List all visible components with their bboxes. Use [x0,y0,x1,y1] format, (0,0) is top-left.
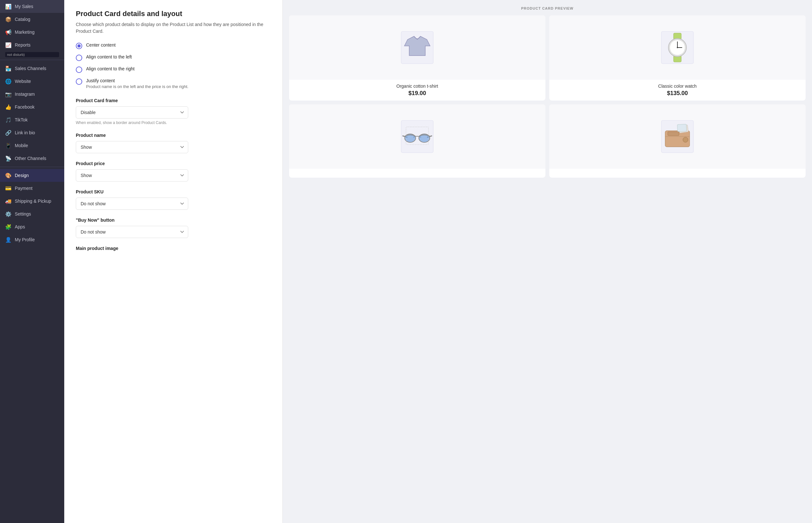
preview-card-image-sunglasses [289,104,546,169]
radio-align-left[interactable]: Align content to the left [76,54,271,61]
svg-point-18 [683,137,688,142]
radio-align-right[interactable]: Align content to the right [76,66,271,73]
preview-card-name-tshirt: Organic cotton t-shirt [293,84,541,89]
wallet-svg [658,117,697,156]
sidebar-item-sales-channels[interactable]: 🏪 Sales Channels [0,62,64,75]
sidebar-label-sales-channels: Sales Channels [15,66,46,71]
radio-circle-justify [76,78,82,85]
section-product-price: Product price Show Do not show [76,161,271,181]
section-main-image: Main product image [76,246,271,251]
preview-card-watch: Classic color watch $135.00 [549,15,806,101]
preview-card-image-tshirt [289,15,546,80]
not-disturb-tooltip: not disturb) [5,52,59,57]
tshirt-svg [398,28,437,67]
hint-card-frame: When enabled, show a border around Produ… [76,121,271,125]
reports-icon: 📈 [5,42,12,48]
preview-card-info-wallet [549,169,806,178]
radio-subtext-justify: Product name is on the left and the pric… [86,84,188,89]
label-product-name: Product name [76,133,271,138]
preview-panel: PRODUCT CARD PREVIEW Organic cotton t-sh… [283,0,812,523]
catalog-icon: 📦 [5,16,12,22]
sidebar-item-marketing[interactable]: 📢 Marketing [0,26,64,39]
radio-label-justify: Justify content [86,78,188,83]
sidebar-item-link-in-bio[interactable]: 🔗 Link in bio [0,126,64,139]
sidebar-item-catalog[interactable]: 📦 Catalog [0,13,64,26]
sidebar-item-facebook[interactable]: 👍 Facebook [0,101,64,113]
sidebar-item-other-channels[interactable]: 📡 Other Channels [0,152,64,165]
section-buy-now: "Buy Now" button Show Do not show [76,217,271,238]
instagram-icon: 📷 [5,91,12,97]
preview-card-info-sunglasses [289,169,546,178]
sidebar-item-mobile[interactable]: 📱 Mobile [0,139,64,152]
settings-icon: ⚙️ [5,211,12,217]
preview-grid: Organic cotton t-shirt $19.00 [289,15,806,178]
label-main-image: Main product image [76,246,271,251]
select-product-sku[interactable]: Show Do not show [76,198,188,210]
apps-icon: 🧩 [5,223,12,230]
preview-panel-title: PRODUCT CARD PREVIEW [289,6,806,10]
sunglasses-svg [398,117,437,156]
main-content: Product Card details and layout Choose w… [64,0,812,523]
section-product-sku: Product SKU Show Do not show [76,189,271,210]
sidebar-label-my-profile: My Profile [15,237,35,242]
select-buy-now[interactable]: Show Do not show [76,226,188,238]
sidebar-item-shipping-pickup[interactable]: 🚚 Shipping & Pickup [0,195,64,208]
radio-center-content[interactable]: Center content [76,42,271,49]
page-title: Product Card details and layout [76,10,271,18]
sidebar-item-payment[interactable]: 💳 Payment [0,182,64,195]
preview-card-info-tshirt: Organic cotton t-shirt $19.00 [289,80,546,101]
radio-circle-center [76,43,82,49]
svg-point-9 [677,47,678,48]
sidebar-label-shipping: Shipping & Pickup [15,199,51,204]
divider-1 [0,60,64,60]
shipping-icon: 🚚 [5,198,12,204]
sidebar-label-tiktok: TikTok [15,117,27,122]
sidebar-item-tiktok[interactable]: 🎵 TikTok [0,113,64,126]
sidebar-item-settings[interactable]: ⚙️ Settings [0,208,64,220]
sidebar-item-my-profile[interactable]: 👤 My Profile [0,233,64,246]
sidebar-item-website[interactable]: 🌐 Website [0,75,64,88]
preview-card-sunglasses [289,104,546,178]
radio-label-center: Center content [86,42,116,48]
settings-panel: Product Card details and layout Choose w… [64,0,283,523]
label-card-frame: Product Card frame [76,98,271,103]
my-sales-icon: 📊 [5,3,12,10]
radio-justify-content[interactable]: Justify content Product name is on the l… [76,78,271,89]
sidebar-label-facebook: Facebook [15,104,34,110]
design-icon: 🎨 [5,172,12,179]
section-card-frame: Product Card frame Disable Enable When e… [76,98,271,125]
select-product-name[interactable]: Show Do not show [76,141,188,153]
sidebar-label-other-channels: Other Channels [15,156,46,161]
select-product-price[interactable]: Show Do not show [76,169,188,181]
facebook-icon: 👍 [5,104,12,110]
divider-2 [0,167,64,167]
sidebar-item-my-sales[interactable]: 📊 My Sales [0,0,64,13]
sidebar-label-marketing: Marketing [15,30,34,35]
sidebar-item-design[interactable]: 🎨 Design [0,169,64,182]
marketing-icon: 📢 [5,29,12,35]
sidebar-label-my-sales: My Sales [15,4,33,9]
radio-label-left: Align content to the left [86,54,132,59]
preview-card-tshirt: Organic cotton t-shirt $19.00 [289,15,546,101]
section-product-name: Product name Show Do not show [76,133,271,153]
page-description: Choose which product details to display … [76,21,271,35]
sidebar-item-reports[interactable]: 📈 Reports [0,39,64,51]
sidebar-label-mobile: Mobile [15,143,28,148]
select-card-frame[interactable]: Disable Enable [76,106,188,119]
radio-label-right: Align content to the right [86,66,134,71]
sidebar-label-design: Design [15,173,29,178]
mobile-icon: 📱 [5,142,12,149]
link-in-bio-icon: 🔗 [5,129,12,136]
sidebar: 📊 My Sales 📦 Catalog 📢 Marketing 📈 Repor… [0,0,64,523]
sidebar-item-instagram[interactable]: 📷 Instagram [0,88,64,101]
radio-circle-left [76,55,82,61]
my-profile-icon: 👤 [5,236,12,243]
website-icon: 🌐 [5,78,12,85]
svg-rect-19 [668,132,679,136]
preview-card-info-watch: Classic color watch $135.00 [549,80,806,101]
sidebar-item-apps[interactable]: 🧩 Apps [0,220,64,233]
other-channels-icon: 📡 [5,155,12,162]
label-buy-now: "Buy Now" button [76,217,271,223]
preview-card-name-watch: Classic color watch [553,84,802,89]
preview-card-price-watch: $135.00 [553,90,802,97]
